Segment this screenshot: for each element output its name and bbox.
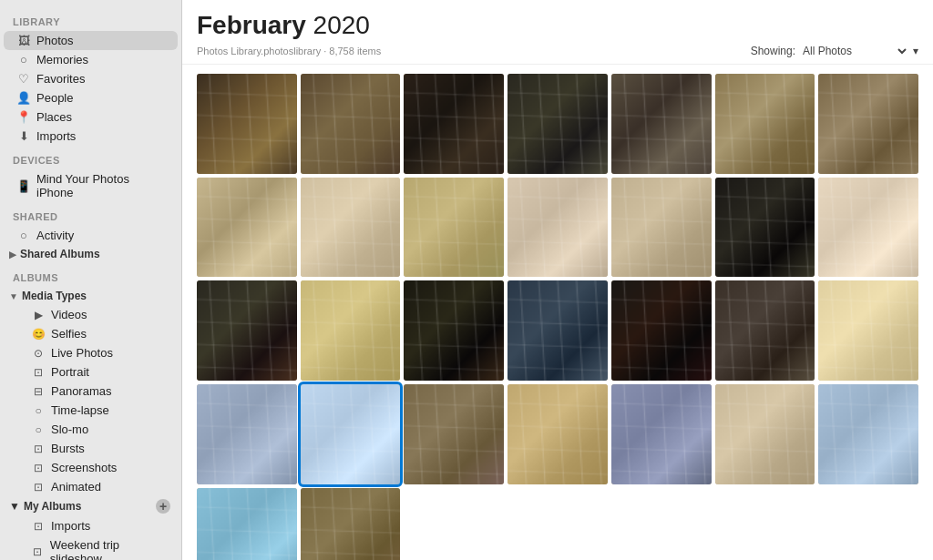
photo-thumb[interactable]	[611, 178, 712, 278]
sidebar-item-live-photos[interactable]: ⊙ Live Photos	[4, 343, 178, 362]
sidebar-item-timelapse[interactable]: ○ Time-lapse	[4, 401, 178, 420]
photos-icon: 🖼	[16, 34, 31, 47]
photo-thumb[interactable]	[818, 384, 918, 484]
bursts-icon: ⊡	[31, 443, 46, 455]
activity-icon: ○	[16, 229, 31, 242]
photo-thumb[interactable]	[404, 74, 504, 174]
add-album-button[interactable]: +	[156, 499, 170, 514]
photo-thumb[interactable]	[197, 178, 297, 278]
main-content: February 2020 Photos Library.photoslibra…	[182, 0, 933, 560]
sidebar-item-label: People	[36, 91, 165, 105]
photo-thumb[interactable]	[508, 74, 608, 174]
library-info: Photos Library.photoslibrary · 8,758 ite…	[197, 46, 381, 56]
sidebar-item-favorites[interactable]: ♡ Favorites	[4, 69, 178, 88]
album-icon: ⊡	[31, 520, 46, 533]
timelapse-icon: ○	[31, 404, 46, 417]
albums-section-label: Albums	[0, 263, 181, 287]
sidebar-item-label: Favorites	[36, 72, 165, 86]
sidebar-sub-item-label: Portrait	[51, 365, 89, 379]
videos-icon: ▶	[31, 309, 46, 321]
photo-thumb[interactable]	[404, 384, 504, 484]
screenshots-icon: ⊡	[31, 462, 46, 474]
photo-thumb[interactable]	[715, 178, 815, 278]
my-albums-toggle[interactable]: ▼ My Albums +	[4, 496, 178, 516]
sidebar-item-imports[interactable]: ⬇ Imports	[4, 127, 178, 146]
photo-thumb[interactable]	[404, 178, 504, 278]
photo-thumb[interactable]	[508, 384, 608, 484]
media-types-label: Media Types	[22, 290, 87, 302]
sidebar-item-bursts[interactable]: ⊡ Bursts	[4, 439, 178, 458]
photo-thumb[interactable]	[611, 74, 712, 174]
sidebar-sub-item-label: Bursts	[51, 442, 85, 455]
live-photos-icon: ⊙	[31, 347, 46, 360]
photo-thumb[interactable]	[301, 178, 401, 278]
slo-mo-icon: ○	[31, 423, 46, 436]
showing-dropdown[interactable]: All Photos Photos and Videos Videos Only	[799, 44, 909, 58]
imports-icon: ⬇	[16, 129, 31, 143]
showing-dropdown-icon: ▾	[913, 45, 918, 57]
photo-thumb[interactable]	[197, 74, 297, 174]
sidebar-sub-item-label: Videos	[51, 308, 87, 321]
sidebar-item-memories[interactable]: ○ Memories	[4, 50, 178, 69]
sidebar-item-label: Places	[36, 110, 165, 124]
sidebar-item-panoramas[interactable]: ⊟ Panoramas	[4, 382, 178, 401]
photo-thumb[interactable]	[818, 280, 918, 381]
sidebar-item-portrait[interactable]: ⊡ Portrait	[4, 362, 178, 382]
photo-thumb[interactable]	[818, 178, 918, 278]
sidebar-sub-item-label: Live Photos	[51, 346, 113, 360]
photo-thumb[interactable]	[301, 488, 401, 560]
toggle-arrow-icon: ▼	[9, 500, 20, 513]
my-albums-label: My Albums	[24, 500, 82, 513]
photo-grid	[197, 74, 918, 560]
photo-thumb[interactable]	[715, 280, 815, 381]
photo-thumb[interactable]	[611, 280, 712, 381]
showing-selector[interactable]: Showing: All Photos Photos and Videos Vi…	[751, 44, 918, 58]
media-types-toggle[interactable]: ▼ Media Types	[4, 287, 178, 305]
photo-thumb[interactable]	[715, 74, 815, 174]
photo-thumb[interactable]	[508, 178, 608, 278]
photo-thumb[interactable]	[301, 74, 401, 174]
subheader: Photos Library.photoslibrary · 8,758 ite…	[182, 42, 933, 65]
photo-thumb[interactable]	[301, 384, 401, 484]
photo-thumb[interactable]	[197, 488, 297, 560]
toggle-arrow-icon: ▶	[9, 249, 16, 260]
sidebar-sub-item-label: Weekend trip slideshow	[50, 538, 165, 560]
photo-thumb[interactable]	[818, 74, 918, 174]
sidebar-item-album-imports[interactable]: ⊡ Imports	[4, 516, 178, 535]
sidebar-item-activity[interactable]: ○ Activity	[4, 226, 178, 245]
sidebar-sub-item-label: Slo-mo	[51, 423, 88, 436]
sidebar-sub-item-label: Animated	[51, 480, 101, 494]
sidebar-item-screenshots[interactable]: ⊡ Screenshots	[4, 458, 178, 477]
sidebar-item-label: Imports	[36, 129, 165, 143]
favorites-icon: ♡	[16, 72, 31, 86]
sidebar: Library 🖼 Photos ○ Memories ♡ Favorites …	[0, 0, 182, 560]
sidebar-item-photos[interactable]: 🖼 Photos	[4, 31, 178, 50]
sidebar-sub-item-label: Imports	[51, 519, 90, 533]
sidebar-item-animated[interactable]: ⊡ Animated	[4, 477, 178, 496]
sidebar-item-label: Memories	[36, 53, 165, 66]
sidebar-item-slo-mo[interactable]: ○ Slo-mo	[4, 420, 178, 439]
photo-thumb[interactable]	[197, 280, 297, 381]
sidebar-item-videos[interactable]: ▶ Videos	[4, 305, 178, 324]
sidebar-item-selfies[interactable]: 😊 Selfies	[4, 324, 178, 343]
sidebar-item-album-weekend-trip[interactable]: ⊡ Weekend trip slideshow	[4, 535, 178, 560]
page-title: February 2020	[197, 11, 918, 40]
photo-thumb[interactable]	[715, 384, 815, 484]
sidebar-item-places[interactable]: 📍 Places	[4, 107, 178, 127]
memories-icon: ○	[16, 53, 31, 66]
photo-thumb[interactable]	[508, 280, 608, 381]
photo-grid-container	[182, 65, 933, 560]
sidebar-item-label: Photos	[36, 34, 165, 47]
sidebar-item-iphone[interactable]: 📱 Mind Your Photos iPhone	[4, 169, 178, 202]
panoramas-icon: ⊟	[31, 385, 46, 398]
library-section-label: Library	[0, 7, 181, 31]
sidebar-item-people[interactable]: 👤 People	[4, 88, 178, 107]
sidebar-sub-item-label: Time-lapse	[51, 403, 109, 417]
photo-thumb[interactable]	[197, 384, 297, 484]
photo-thumb[interactable]	[611, 384, 712, 484]
photo-thumb[interactable]	[404, 280, 504, 381]
sidebar-item-label: Activity	[36, 229, 165, 242]
photo-thumb[interactable]	[301, 280, 401, 381]
devices-section-label: Devices	[0, 146, 181, 169]
shared-albums-toggle[interactable]: ▶ Shared Albums	[4, 245, 178, 263]
